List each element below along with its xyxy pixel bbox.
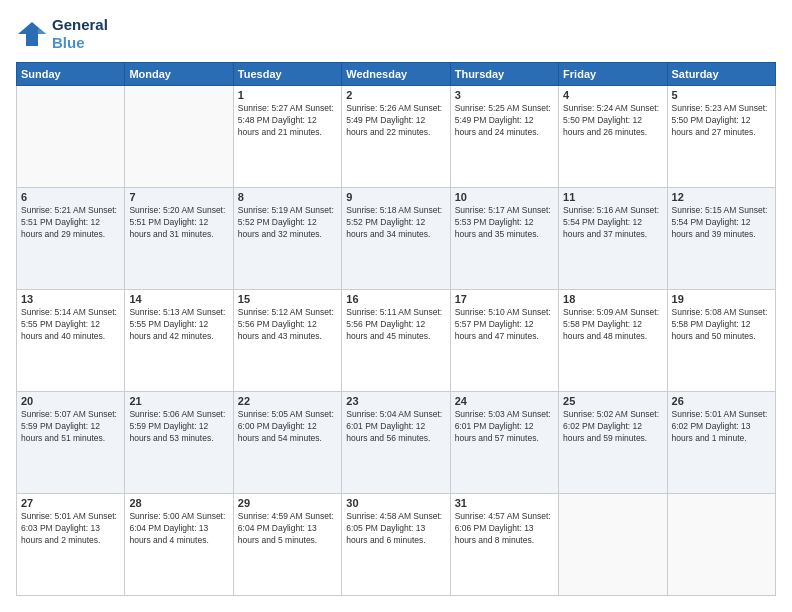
weekday-header-wednesday: Wednesday [342,63,450,86]
calendar-cell: 29Sunrise: 4:59 AM Sunset: 6:04 PM Dayli… [233,494,341,596]
day-info: Sunrise: 5:15 AM Sunset: 5:54 PM Dayligh… [672,205,771,241]
calendar-cell: 1Sunrise: 5:27 AM Sunset: 5:48 PM Daylig… [233,86,341,188]
day-info: Sunrise: 5:26 AM Sunset: 5:49 PM Dayligh… [346,103,445,139]
day-info: Sunrise: 5:24 AM Sunset: 5:50 PM Dayligh… [563,103,662,139]
calendar-week-1: 1Sunrise: 5:27 AM Sunset: 5:48 PM Daylig… [17,86,776,188]
day-number: 25 [563,395,662,407]
calendar-cell: 4Sunrise: 5:24 AM Sunset: 5:50 PM Daylig… [559,86,667,188]
day-number: 12 [672,191,771,203]
calendar-cell: 15Sunrise: 5:12 AM Sunset: 5:56 PM Dayli… [233,290,341,392]
day-number: 18 [563,293,662,305]
calendar-cell [17,86,125,188]
day-number: 4 [563,89,662,101]
calendar-cell: 20Sunrise: 5:07 AM Sunset: 5:59 PM Dayli… [17,392,125,494]
day-info: Sunrise: 5:16 AM Sunset: 5:54 PM Dayligh… [563,205,662,241]
calendar-cell: 11Sunrise: 5:16 AM Sunset: 5:54 PM Dayli… [559,188,667,290]
day-number: 30 [346,497,445,509]
day-info: Sunrise: 5:14 AM Sunset: 5:55 PM Dayligh… [21,307,120,343]
weekday-header-thursday: Thursday [450,63,558,86]
day-number: 24 [455,395,554,407]
day-number: 5 [672,89,771,101]
day-number: 20 [21,395,120,407]
day-number: 23 [346,395,445,407]
day-info: Sunrise: 4:57 AM Sunset: 6:06 PM Dayligh… [455,511,554,547]
calendar-cell: 9Sunrise: 5:18 AM Sunset: 5:52 PM Daylig… [342,188,450,290]
day-number: 22 [238,395,337,407]
logo-icon [16,20,48,48]
day-number: 17 [455,293,554,305]
day-number: 15 [238,293,337,305]
calendar-week-4: 20Sunrise: 5:07 AM Sunset: 5:59 PM Dayli… [17,392,776,494]
logo: General Blue [16,16,108,52]
day-info: Sunrise: 5:03 AM Sunset: 6:01 PM Dayligh… [455,409,554,445]
calendar-cell: 30Sunrise: 4:58 AM Sunset: 6:05 PM Dayli… [342,494,450,596]
calendar-cell [667,494,775,596]
day-number: 19 [672,293,771,305]
day-number: 21 [129,395,228,407]
day-info: Sunrise: 5:21 AM Sunset: 5:51 PM Dayligh… [21,205,120,241]
day-number: 6 [21,191,120,203]
weekday-header-saturday: Saturday [667,63,775,86]
day-info: Sunrise: 5:05 AM Sunset: 6:00 PM Dayligh… [238,409,337,445]
day-number: 1 [238,89,337,101]
day-info: Sunrise: 5:18 AM Sunset: 5:52 PM Dayligh… [346,205,445,241]
day-info: Sunrise: 5:01 AM Sunset: 6:03 PM Dayligh… [21,511,120,547]
day-number: 31 [455,497,554,509]
day-info: Sunrise: 5:19 AM Sunset: 5:52 PM Dayligh… [238,205,337,241]
day-number: 27 [21,497,120,509]
calendar-cell: 27Sunrise: 5:01 AM Sunset: 6:03 PM Dayli… [17,494,125,596]
weekday-header-sunday: Sunday [17,63,125,86]
calendar-cell: 12Sunrise: 5:15 AM Sunset: 5:54 PM Dayli… [667,188,775,290]
day-info: Sunrise: 5:08 AM Sunset: 5:58 PM Dayligh… [672,307,771,343]
calendar-cell: 21Sunrise: 5:06 AM Sunset: 5:59 PM Dayli… [125,392,233,494]
calendar-cell: 16Sunrise: 5:11 AM Sunset: 5:56 PM Dayli… [342,290,450,392]
day-number: 13 [21,293,120,305]
calendar-cell: 25Sunrise: 5:02 AM Sunset: 6:02 PM Dayli… [559,392,667,494]
calendar-cell: 17Sunrise: 5:10 AM Sunset: 5:57 PM Dayli… [450,290,558,392]
day-info: Sunrise: 5:25 AM Sunset: 5:49 PM Dayligh… [455,103,554,139]
calendar-cell [559,494,667,596]
calendar-cell: 26Sunrise: 5:01 AM Sunset: 6:02 PM Dayli… [667,392,775,494]
day-info: Sunrise: 4:59 AM Sunset: 6:04 PM Dayligh… [238,511,337,547]
calendar-cell [125,86,233,188]
day-info: Sunrise: 5:11 AM Sunset: 5:56 PM Dayligh… [346,307,445,343]
calendar-header-row: SundayMondayTuesdayWednesdayThursdayFrid… [17,63,776,86]
day-info: Sunrise: 5:20 AM Sunset: 5:51 PM Dayligh… [129,205,228,241]
day-number: 9 [346,191,445,203]
day-info: Sunrise: 5:12 AM Sunset: 5:56 PM Dayligh… [238,307,337,343]
day-number: 28 [129,497,228,509]
calendar-cell: 24Sunrise: 5:03 AM Sunset: 6:01 PM Dayli… [450,392,558,494]
day-number: 3 [455,89,554,101]
day-info: Sunrise: 5:01 AM Sunset: 6:02 PM Dayligh… [672,409,771,445]
day-number: 26 [672,395,771,407]
day-number: 8 [238,191,337,203]
day-info: Sunrise: 5:06 AM Sunset: 5:59 PM Dayligh… [129,409,228,445]
day-info: Sunrise: 5:02 AM Sunset: 6:02 PM Dayligh… [563,409,662,445]
calendar-week-2: 6Sunrise: 5:21 AM Sunset: 5:51 PM Daylig… [17,188,776,290]
calendar-week-5: 27Sunrise: 5:01 AM Sunset: 6:03 PM Dayli… [17,494,776,596]
calendar-week-3: 13Sunrise: 5:14 AM Sunset: 5:55 PM Dayli… [17,290,776,392]
header: General Blue [16,16,776,52]
calendar-cell: 13Sunrise: 5:14 AM Sunset: 5:55 PM Dayli… [17,290,125,392]
day-number: 14 [129,293,228,305]
day-number: 7 [129,191,228,203]
calendar-cell: 23Sunrise: 5:04 AM Sunset: 6:01 PM Dayli… [342,392,450,494]
calendar-table: SundayMondayTuesdayWednesdayThursdayFrid… [16,62,776,596]
day-number: 2 [346,89,445,101]
day-info: Sunrise: 5:13 AM Sunset: 5:55 PM Dayligh… [129,307,228,343]
calendar-cell: 28Sunrise: 5:00 AM Sunset: 6:04 PM Dayli… [125,494,233,596]
calendar-cell: 19Sunrise: 5:08 AM Sunset: 5:58 PM Dayli… [667,290,775,392]
calendar-cell: 7Sunrise: 5:20 AM Sunset: 5:51 PM Daylig… [125,188,233,290]
page: General Blue SundayMondayTuesdayWednesda… [0,0,792,612]
day-info: Sunrise: 5:23 AM Sunset: 5:50 PM Dayligh… [672,103,771,139]
calendar-cell: 22Sunrise: 5:05 AM Sunset: 6:00 PM Dayli… [233,392,341,494]
day-info: Sunrise: 5:07 AM Sunset: 5:59 PM Dayligh… [21,409,120,445]
weekday-header-monday: Monday [125,63,233,86]
logo-text: General Blue [52,16,108,52]
calendar-cell: 31Sunrise: 4:57 AM Sunset: 6:06 PM Dayli… [450,494,558,596]
day-info: Sunrise: 5:27 AM Sunset: 5:48 PM Dayligh… [238,103,337,139]
calendar-cell: 5Sunrise: 5:23 AM Sunset: 5:50 PM Daylig… [667,86,775,188]
weekday-header-tuesday: Tuesday [233,63,341,86]
day-info: Sunrise: 4:58 AM Sunset: 6:05 PM Dayligh… [346,511,445,547]
calendar-cell: 14Sunrise: 5:13 AM Sunset: 5:55 PM Dayli… [125,290,233,392]
